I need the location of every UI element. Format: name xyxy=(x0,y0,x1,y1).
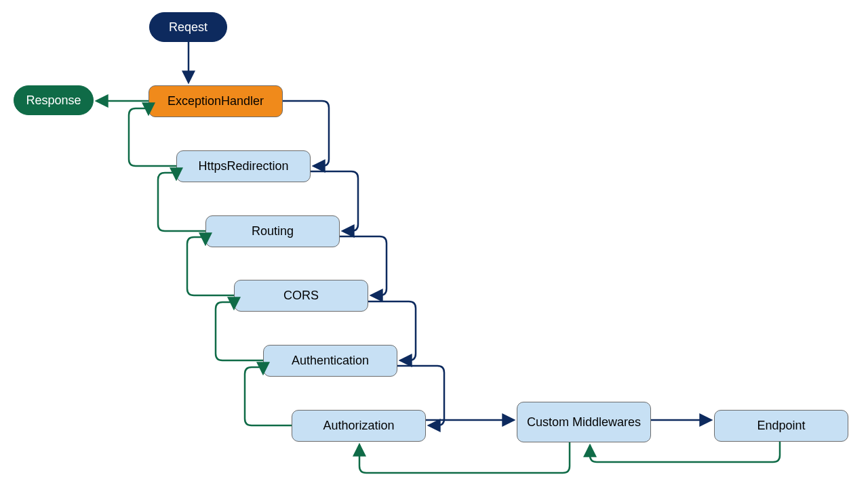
cors-label: CORS xyxy=(283,288,319,304)
response-node: Response xyxy=(14,85,94,115)
response-label: Response xyxy=(26,93,81,108)
exception-handler-node: ExceptionHandler xyxy=(149,85,283,117)
request-label: Reqest xyxy=(169,20,208,35)
authorization-label: Authorization xyxy=(323,418,394,434)
https-redirection-label: HttpsRedirection xyxy=(198,159,288,174)
exception-handler-label: ExceptionHandler xyxy=(167,93,264,109)
custom-middlewares-node: Custom Middlewares xyxy=(517,402,651,442)
request-node: Reqest xyxy=(149,12,227,42)
authorization-node: Authorization xyxy=(292,410,426,442)
authentication-node: Authentication xyxy=(263,345,397,377)
cors-node: CORS xyxy=(234,280,368,312)
routing-node: Routing xyxy=(205,215,340,247)
authentication-label: Authentication xyxy=(292,353,369,369)
routing-label: Routing xyxy=(252,224,294,239)
endpoint-label: Endpoint xyxy=(757,418,805,434)
endpoint-node: Endpoint xyxy=(714,410,848,442)
https-redirection-node: HttpsRedirection xyxy=(176,150,311,182)
custom-middlewares-label: Custom Middlewares xyxy=(527,415,641,430)
